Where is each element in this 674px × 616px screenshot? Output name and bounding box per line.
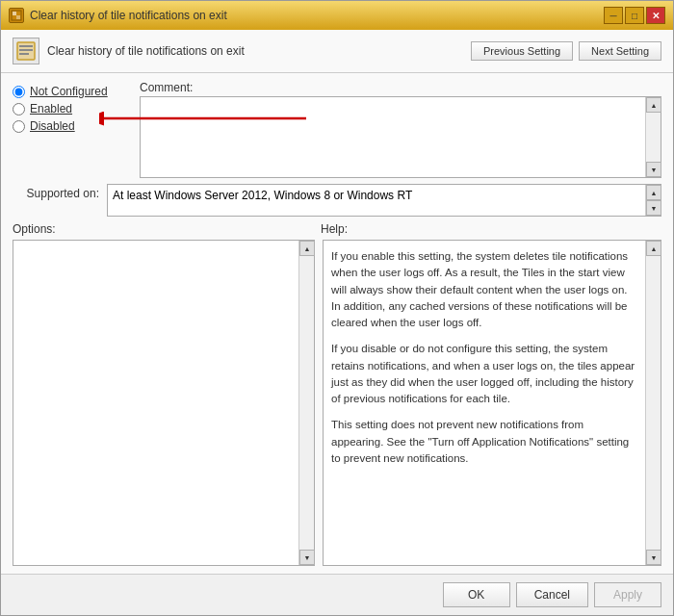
supported-section: Supported on: At least Windows Server 20… — [13, 184, 661, 217]
comment-scroll-up[interactable]: ▲ — [646, 97, 661, 113]
radio-comment-section: Not Configured Enabled Disabled — [13, 81, 661, 178]
radio-not-configured[interactable]: Not Configured — [13, 85, 128, 98]
radio-disabled[interactable]: Disabled — [13, 119, 128, 133]
supported-value: At least Windows Server 2012, Windows 8 … — [108, 185, 645, 216]
supported-scroll-up[interactable]: ▲ — [646, 185, 661, 200]
cancel-button[interactable]: Cancel — [516, 582, 588, 607]
help-scroll-down[interactable]: ▼ — [646, 550, 661, 565]
bottom-bar: OK Cancel Apply — [1, 574, 673, 615]
comment-scrollbar: ▲ ▼ — [645, 97, 661, 177]
options-label: Options: — [13, 222, 321, 236]
policy-icon — [13, 38, 39, 64]
svg-rect-6 — [19, 53, 29, 55]
options-scrollbar: ▲ ▼ — [298, 241, 314, 565]
previous-setting-button[interactable]: Previous Setting — [471, 41, 573, 61]
minimize-button[interactable]: ─ — [604, 7, 623, 24]
close-button[interactable]: ✕ — [646, 7, 665, 24]
options-scroll-down[interactable]: ▼ — [299, 550, 315, 565]
title-bar-left: Clear history of tile notifications on e… — [9, 8, 227, 23]
svg-rect-2 — [16, 15, 20, 19]
help-paragraph-2: If you disable or do not configure this … — [331, 341, 637, 407]
svg-rect-5 — [19, 49, 33, 51]
options-help-section: ▲ ▼ If you enable this setting, the syst… — [13, 240, 661, 566]
options-box: ▲ ▼ — [13, 240, 315, 566]
options-content — [13, 241, 298, 565]
apply-button[interactable]: Apply — [594, 582, 661, 607]
comment-section: Comment: ▲ ▼ — [140, 81, 661, 178]
comment-text-area[interactable] — [141, 97, 645, 177]
main-content: Not Configured Enabled Disabled — [1, 73, 673, 574]
help-box: If you enable this setting, the system d… — [323, 240, 661, 566]
next-setting-button[interactable]: Next Setting — [579, 41, 661, 61]
options-help-labels: Options: Help: — [13, 222, 661, 236]
comment-label: Comment: — [140, 81, 661, 94]
help-label: Help: — [321, 222, 661, 236]
ok-button[interactable]: OK — [443, 582, 510, 607]
info-title: Clear history of tile notifications on e… — [47, 44, 245, 58]
help-scrollbar: ▲ ▼ — [645, 241, 661, 565]
comment-area: ▲ ▼ — [140, 96, 661, 178]
svg-rect-1 — [13, 12, 16, 15]
supported-area: At least Windows Server 2012, Windows 8 … — [107, 184, 661, 217]
radio-not-configured-label[interactable]: Not Configured — [30, 85, 108, 98]
radio-enabled[interactable]: Enabled — [13, 102, 128, 116]
window-title: Clear history of tile notifications on e… — [30, 9, 227, 22]
top-info-right: Previous Setting Next Setting — [471, 41, 661, 61]
main-window: Clear history of tile notifications on e… — [0, 0, 674, 616]
options-scroll-up[interactable]: ▲ — [299, 241, 315, 256]
supported-label: Supported on: — [13, 184, 99, 200]
help-scroll-up[interactable]: ▲ — [646, 241, 661, 256]
title-bar: Clear history of tile notifications on e… — [1, 1, 673, 30]
top-info-left: Clear history of tile notifications on e… — [13, 38, 245, 64]
radio-disabled-input[interactable] — [13, 120, 25, 133]
help-content: If you enable this setting, the system d… — [324, 241, 645, 565]
radio-disabled-label[interactable]: Disabled — [30, 119, 75, 133]
options-scroll-track — [299, 256, 314, 550]
supported-scrollbar: ▲ ▼ — [645, 185, 661, 216]
help-paragraph-3: This setting does not prevent new notifi… — [331, 417, 637, 467]
title-bar-buttons: ─ □ ✕ — [604, 7, 665, 24]
svg-rect-4 — [19, 45, 33, 47]
maximize-button[interactable]: □ — [625, 7, 644, 24]
radio-enabled-label[interactable]: Enabled — [30, 102, 72, 116]
comment-scroll-down[interactable]: ▼ — [646, 162, 661, 177]
help-scroll-track — [646, 256, 661, 550]
radio-group: Not Configured Enabled Disabled — [13, 81, 128, 178]
help-paragraph-1: If you enable this setting, the system d… — [331, 248, 637, 331]
window-icon — [9, 8, 24, 23]
radio-not-configured-input[interactable] — [13, 86, 25, 98]
top-info-bar: Clear history of tile notifications on e… — [1, 30, 673, 73]
supported-scroll-down[interactable]: ▼ — [646, 200, 661, 216]
radio-enabled-input[interactable] — [13, 103, 25, 116]
comment-scroll-track — [646, 113, 661, 162]
